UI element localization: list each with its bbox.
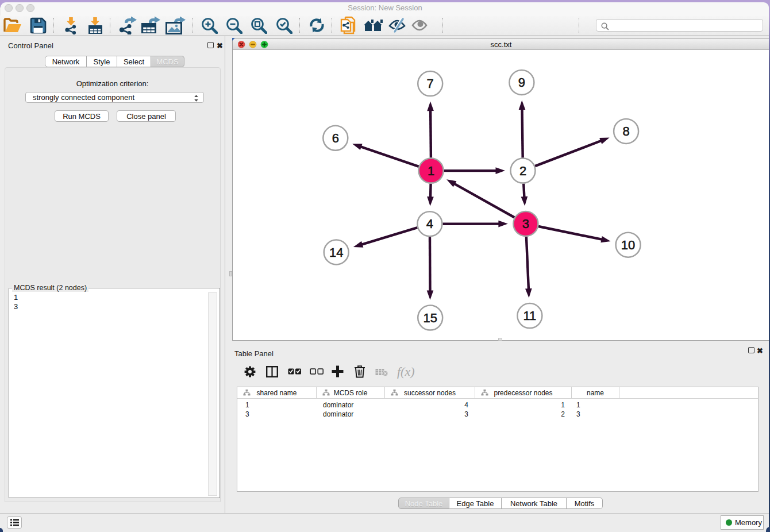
svg-text:15: 15	[423, 311, 437, 325]
svg-text:6: 6	[332, 131, 339, 145]
svg-text:14: 14	[329, 245, 343, 260]
svg-text:1: 1	[428, 164, 434, 178]
svg-text:8: 8	[622, 124, 629, 138]
svg-text:2: 2	[519, 164, 526, 178]
svg-text:11: 11	[523, 309, 536, 323]
svg-text:7: 7	[427, 76, 434, 91]
svg-text:3: 3	[522, 217, 529, 231]
svg-text:9: 9	[518, 75, 525, 90]
svg-text:4: 4	[426, 217, 433, 231]
svg-text:10: 10	[621, 238, 635, 252]
